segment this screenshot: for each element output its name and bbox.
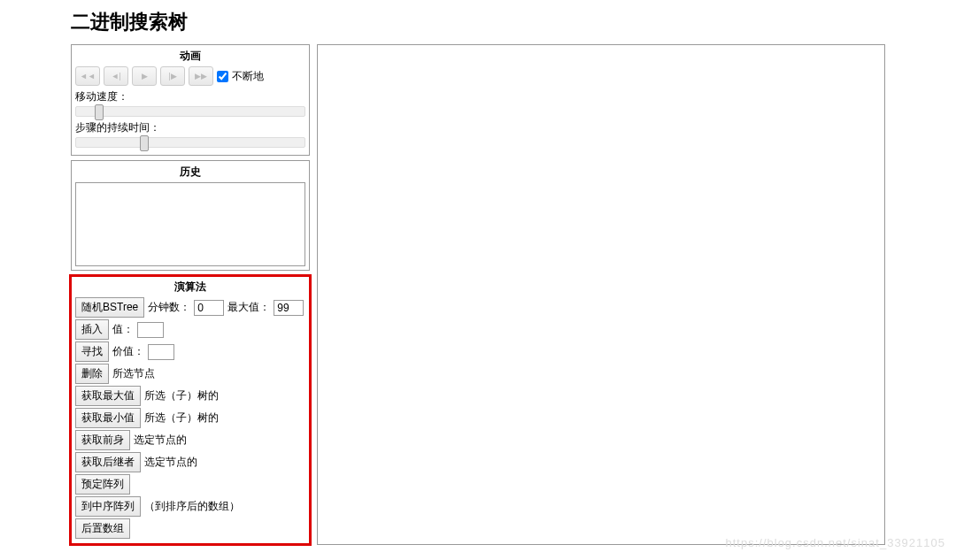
canvas-area	[317, 44, 885, 545]
animation-title: 动画	[75, 49, 305, 64]
history-panel: 历史	[71, 160, 310, 271]
max-label: 最大值：	[227, 300, 270, 315]
delete-desc: 所选节点	[112, 366, 155, 381]
animation-panel: 动画 ◄◄ ◄| ▶ |▶ ▶▶ 不断地 移动速度： 步骤的持续时间：	[71, 44, 310, 156]
duration-label: 步骤的持续时间：	[75, 120, 305, 135]
max-input[interactable]	[274, 300, 304, 316]
rewind-start-button[interactable]: ◄◄	[75, 66, 100, 86]
insert-value-input[interactable]	[137, 322, 164, 338]
page-title: 二进制搜索树	[71, 9, 885, 35]
speed-slider[interactable]	[75, 106, 305, 117]
random-bstree-button[interactable]: 随机BSTree	[75, 297, 144, 318]
insert-value-label: 值：	[112, 322, 134, 337]
history-box[interactable]	[75, 182, 305, 266]
postorder-button[interactable]: 后置数组	[75, 518, 130, 539]
algorithm-title: 演算法	[75, 280, 305, 295]
getpred-desc: 选定节点的	[134, 433, 187, 448]
getmin-button[interactable]: 获取最小值	[75, 408, 141, 428]
find-value-input[interactable]	[148, 344, 174, 360]
duration-slider[interactable]	[75, 137, 305, 148]
step-forward-button[interactable]: |▶	[160, 66, 185, 86]
getmax-button[interactable]: 获取最大值	[75, 386, 141, 406]
inorder-button[interactable]: 到中序阵列	[75, 496, 141, 517]
getmin-desc: 所选（子）树的	[144, 410, 219, 426]
preorder-button[interactable]: 预定阵列	[75, 474, 130, 495]
play-button[interactable]: ▶	[132, 66, 157, 86]
history-title: 历史	[75, 165, 305, 180]
getsucc-desc: 选定节点的	[144, 455, 197, 470]
getsucc-button[interactable]: 获取后继者	[75, 452, 141, 472]
step-back-button[interactable]: ◄|	[104, 66, 128, 86]
minutes-input[interactable]	[194, 300, 224, 316]
left-column: 动画 ◄◄ ◄| ▶ |▶ ▶▶ 不断地 移动速度： 步骤的持续时间： 历史	[71, 44, 310, 545]
find-button[interactable]: 寻找	[75, 341, 109, 362]
algorithm-panel: 演算法 随机BSTree 分钟数： 最大值： 插入 值： 寻找 价值：	[71, 275, 310, 545]
delete-button[interactable]: 删除	[75, 364, 109, 384]
insert-button[interactable]: 插入	[75, 319, 109, 340]
getpred-button[interactable]: 获取前身	[75, 430, 130, 450]
speed-label: 移动速度：	[75, 89, 305, 104]
continuous-label: 不断地	[232, 69, 264, 84]
find-value-label: 价值：	[112, 344, 144, 359]
getmax-desc: 所选（子）树的	[144, 388, 219, 403]
inorder-desc: （到排序后的数组）	[144, 499, 240, 514]
minutes-label: 分钟数：	[148, 300, 190, 315]
watermark: https://blog.csdn.net/sinat_33921105	[726, 536, 946, 549]
forward-end-button[interactable]: ▶▶	[189, 66, 213, 86]
continuous-checkbox[interactable]	[217, 71, 228, 82]
